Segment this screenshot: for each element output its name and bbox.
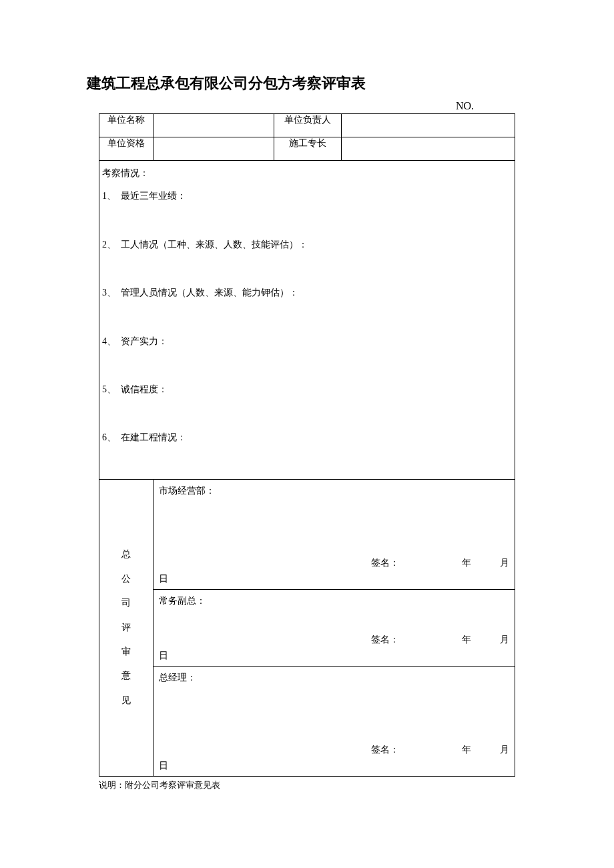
no-label: NO. <box>87 100 527 112</box>
signature-label: 签名： <box>371 744 399 756</box>
form-table: 单位名称 单位负责人 单位资格 施工专长 考察情况： 1、最近三年业绩： 2、工… <box>99 113 515 777</box>
unit-qual-value[interactable] <box>154 137 274 161</box>
year-label: 年 <box>462 744 471 756</box>
opinion-block-market: 市场经营部： 签名： 年 月 日 <box>154 479 515 589</box>
inspection-item: 4、资产实力： <box>102 334 508 349</box>
inspection-section: 考察情况： 1、最近三年业绩： 2、工人情况（工种、来源、人数、技能评估）： 3… <box>99 161 515 480</box>
month-label: 月 <box>500 634 509 644</box>
signature-label: 签名： <box>371 557 399 569</box>
opinion-block-gm: 总经理： 签名： 年 月 日 <box>154 666 515 776</box>
opinion-vertical-label: 总公司评审意见 <box>99 479 154 776</box>
inspection-item: 5、诚信程度： <box>102 382 508 397</box>
unit-name-value[interactable] <box>154 114 274 137</box>
opinion-dept: 总经理： <box>159 672 509 684</box>
inspection-item: 1、最近三年业绩： <box>102 189 508 203</box>
signature-label: 签名： <box>371 634 399 646</box>
day-label: 日 <box>159 650 509 662</box>
inspection-header: 考察情况： <box>102 166 508 181</box>
footer-note: 说明：附分公司考察评审意见表 <box>99 779 527 791</box>
specialty-value[interactable] <box>342 137 515 161</box>
page-title: 建筑工程总承包有限公司分包方考察评审表 <box>87 73 527 93</box>
day-label: 日 <box>159 760 509 772</box>
opinion-block-deputy: 常务副总： 签名： 年 月 日 <box>154 589 515 666</box>
specialty-label: 施工专长 <box>274 137 342 161</box>
day-label: 日 <box>159 573 509 585</box>
unit-leader-label: 单位负责人 <box>274 114 342 137</box>
year-label: 年 <box>462 557 471 569</box>
unit-qual-label: 单位资格 <box>99 137 154 161</box>
inspection-item: 6、在建工程情况： <box>102 430 508 445</box>
opinion-dept: 市场经营部： <box>159 485 509 497</box>
month-label: 月 <box>500 558 509 568</box>
unit-name-label: 单位名称 <box>99 114 154 137</box>
year-label: 年 <box>462 634 471 646</box>
unit-leader-value[interactable] <box>342 114 515 137</box>
opinion-dept: 常务副总： <box>159 595 509 607</box>
month-label: 月 <box>500 745 509 755</box>
inspection-item: 2、工人情况（工种、来源、人数、技能评估）： <box>102 238 508 252</box>
inspection-item: 3、管理人员情况（人数、来源、能力钾估）： <box>102 286 508 300</box>
